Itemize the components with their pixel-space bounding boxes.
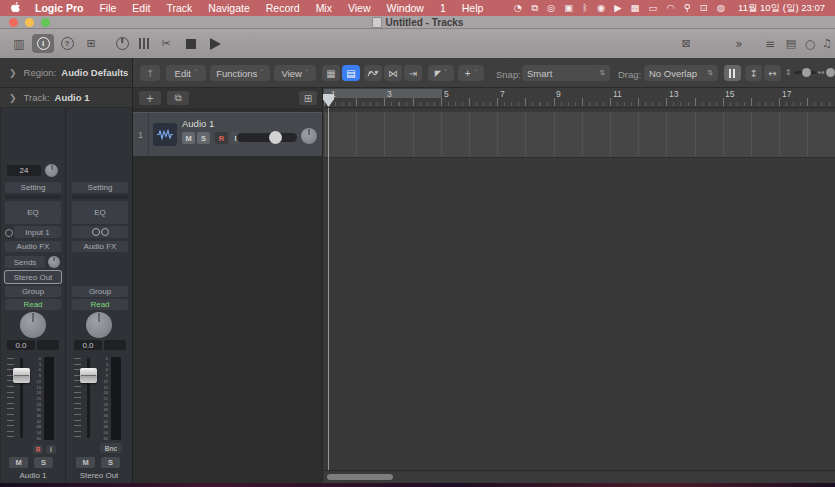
input-monitor-button[interactable]: I (46, 445, 56, 454)
cycle-region[interactable] (324, 89, 442, 98)
fader-cap[interactable] (13, 368, 30, 383)
now-playing-icon[interactable]: ▶ (614, 0, 621, 16)
keyboard-icon[interactable]: ▣ (564, 0, 573, 16)
menu-view[interactable]: View (348, 0, 371, 16)
track-header-config-button[interactable]: ⊞ (299, 91, 317, 105)
volume-value-field[interactable]: 0.0 (74, 340, 102, 350)
eq-button[interactable]: EQ (5, 201, 61, 224)
stereo-format-button[interactable] (72, 226, 128, 238)
eq-button[interactable]: EQ (72, 201, 128, 224)
menubar-clock[interactable]: 11월 10일 (일) 23:07 (738, 2, 825, 15)
mixer-icon[interactable] (134, 34, 154, 53)
gain-knob[interactable] (45, 164, 58, 177)
display-mirror-icon[interactable]: ⧉ (531, 0, 538, 16)
channel-fader[interactable]: 03691215182124303642485460 (5, 356, 61, 442)
menu-app-name[interactable]: Logic Pro (35, 0, 83, 16)
quick-help-icon[interactable]: ? (56, 34, 78, 53)
functions-menu-button[interactable]: Functions˅ (210, 65, 270, 81)
menu-track[interactable]: Track (166, 0, 192, 16)
left-click-tool-button[interactable]: ◤˅ (428, 65, 454, 81)
peak-value-field[interactable] (104, 340, 126, 350)
pan-knob[interactable] (86, 312, 112, 338)
input-format-icon[interactable] (5, 229, 13, 237)
catch-playhead-icon[interactable]: ⇥ (404, 65, 422, 81)
channel-name[interactable]: Stereo Out (66, 471, 132, 480)
loop-browser-icon[interactable]: ○ (800, 34, 820, 53)
smart-controls-icon[interactable] (112, 34, 132, 53)
voice-memo-icon[interactable]: ◔ (514, 0, 522, 16)
solo-button[interactable]: S (101, 457, 120, 468)
vertical-auto-zoom-icon[interactable]: ↕ (745, 65, 762, 81)
menu-edit[interactable]: Edit (132, 0, 150, 16)
list-editors-icon[interactable]: ≡ (760, 34, 780, 53)
automation-mode-button[interactable]: Read (72, 299, 128, 310)
mute-button[interactable]: M (76, 457, 95, 468)
audio-fx-button[interactable]: Audio FX (5, 241, 61, 252)
send-knob[interactable] (48, 256, 60, 268)
setting-button[interactable]: Setting (72, 182, 128, 193)
waveform-zoom-icon[interactable] (724, 65, 741, 81)
play-button[interactable] (204, 34, 226, 53)
volume-thumb[interactable] (269, 131, 282, 144)
control-center-icon[interactable]: ⊡ (700, 0, 708, 16)
stop-button[interactable] (180, 34, 202, 53)
volume-value-field[interactable]: 0.0 (7, 340, 35, 350)
audio-fx-button[interactable]: Audio FX (72, 241, 128, 252)
note-pads-icon[interactable]: ▤ (781, 34, 801, 53)
horizontal-auto-zoom-icon[interactable]: ↔ (764, 65, 781, 81)
browsers-icon[interactable]: ♫ (818, 34, 835, 53)
track-name[interactable]: Audio 1 (182, 118, 214, 129)
track-mute-button[interactable]: M (182, 132, 195, 144)
insert-slot[interactable] (72, 195, 128, 199)
region-inspector-header[interactable]: ❯ Region: Audio Defaults (0, 58, 133, 87)
hierarchy-up-icon[interactable]: ↑ (140, 65, 160, 81)
disclosure-chevron-icon[interactable]: ❯ (9, 93, 17, 103)
timeline-area[interactable] (322, 108, 835, 470)
track-record-button[interactable]: R (215, 132, 228, 144)
browser-icon[interactable]: ◍ (717, 0, 725, 16)
setting-button[interactable]: Setting (5, 182, 61, 193)
spotlight-icon[interactable]: ⚲ (684, 0, 691, 16)
automation-mode-button[interactable]: Read (5, 299, 61, 310)
wifi-icon[interactable]: ◠ (667, 0, 675, 16)
mute-button[interactable]: M (9, 457, 28, 468)
menu-mix[interactable]: Mix (316, 0, 332, 16)
bar-ruler[interactable]: 1 3 5 7 9 11 13 15 17 (322, 88, 835, 108)
vertical-zoom-slider[interactable] (794, 71, 816, 74)
output-button[interactable]: Stereo Out (5, 271, 61, 283)
track-pan-knob[interactable] (301, 128, 317, 144)
flex-icon[interactable]: ⋈ (384, 65, 402, 81)
sends-button[interactable]: Sends (5, 256, 45, 268)
editors-icon[interactable]: ✂ (156, 34, 176, 53)
track-inspector-header[interactable]: ❯ Track: Audio 1 (0, 88, 133, 108)
edit-menu-button[interactable]: Edit˅ (166, 65, 206, 81)
bounce-button[interactable]: Bnc (100, 443, 122, 453)
track-volume-slider[interactable] (237, 133, 297, 142)
menu-script[interactable]: 1 (440, 0, 446, 16)
screen-record-icon[interactable]: ◎ (547, 0, 555, 16)
tracks-view-icon[interactable]: ▤ (342, 65, 360, 81)
drag-select[interactable]: No Overlap⇅ (644, 65, 718, 81)
pan-knob[interactable] (20, 312, 46, 338)
menu-file[interactable]: File (99, 0, 116, 16)
insert-slot[interactable] (5, 195, 61, 199)
channel-name[interactable]: Audio 1 (1, 471, 65, 480)
command-click-tool-button[interactable]: +˅ (458, 65, 484, 81)
disclosure-chevron-icon[interactable]: ❯ (9, 68, 17, 78)
scrollbar-thumb[interactable] (327, 474, 393, 480)
automation-icon[interactable] (364, 65, 382, 81)
input-button[interactable]: Input 1 (14, 226, 61, 238)
battery-icon[interactable]: ▭ (649, 0, 658, 16)
time-machine-icon[interactable]: ◉ (597, 0, 605, 16)
menu-window[interactable]: Window (387, 0, 424, 16)
add-track-button[interactable]: + (139, 91, 161, 105)
replace-mode-icon[interactable]: ⊠ (676, 34, 696, 53)
apple-menu-icon[interactable] (10, 2, 21, 14)
horizontal-zoom-slider[interactable] (826, 71, 835, 74)
solo-button[interactable]: S (34, 457, 53, 468)
duplicate-track-button[interactable]: ⧉ (167, 91, 189, 105)
menu-help[interactable]: Help (462, 0, 484, 16)
bluetooth-icon[interactable]: ᛒ (582, 0, 588, 16)
track-solo-button[interactable]: S (197, 132, 210, 144)
gain-field[interactable]: 24 (7, 165, 41, 176)
